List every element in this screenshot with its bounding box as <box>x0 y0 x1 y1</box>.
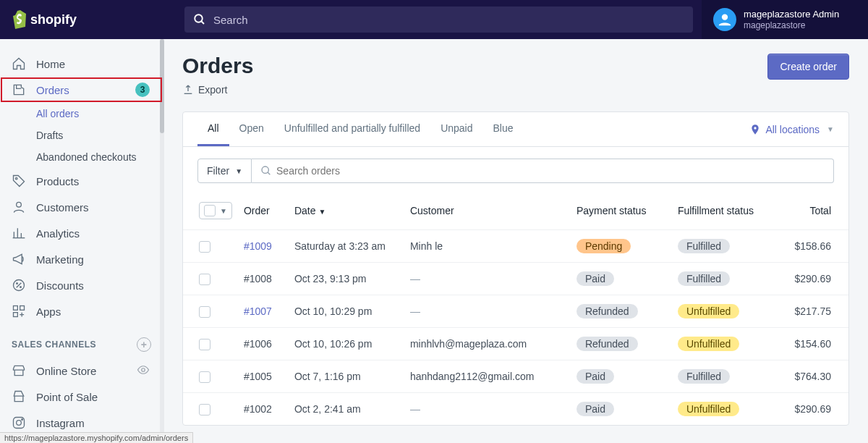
payment-status: Paid <box>571 263 672 295</box>
col-date[interactable]: Date▼ <box>289 195 404 230</box>
order-total: $154.60 <box>780 328 848 360</box>
nav-discounts[interactable]: Discounts <box>0 272 163 298</box>
main-content: Orders Export Create order All Open Unfu… <box>163 39 868 443</box>
export-label: Export <box>198 84 227 96</box>
nav-online-store[interactable]: Online Store <box>0 358 163 384</box>
svg-text:shopify: shopify <box>30 12 77 27</box>
order-id: #1008 <box>238 263 289 295</box>
row-checkbox[interactable] <box>199 371 210 383</box>
shopify-logo-icon: shopify <box>12 9 91 30</box>
subnav-drafts[interactable]: Drafts <box>0 125 163 146</box>
eye-icon[interactable] <box>137 363 150 379</box>
nav-analytics[interactable]: Analytics <box>0 220 163 246</box>
payment-status: Pending <box>571 230 672 263</box>
order-total: $217.75 <box>780 295 848 328</box>
order-customer: — <box>404 295 571 328</box>
row-checkbox[interactable] <box>199 306 210 318</box>
order-id[interactable]: #1009 <box>238 230 289 263</box>
col-fulfillment[interactable]: Fulfillment status <box>672 195 780 230</box>
svg-rect-10 <box>20 306 25 311</box>
order-total: $290.69 <box>780 263 848 295</box>
row-checkbox[interactable] <box>199 404 210 415</box>
avatar <box>713 8 736 31</box>
svg-point-18 <box>262 166 268 173</box>
tab-all[interactable]: All <box>197 112 229 146</box>
svg-line-2 <box>201 21 204 24</box>
row-checkbox[interactable] <box>199 274 210 285</box>
chevron-down-icon: ▼ <box>235 167 242 175</box>
nav-marketing[interactable]: Marketing <box>0 246 163 272</box>
nav-products[interactable]: Products <box>0 168 163 194</box>
subnav-abandoned[interactable]: Abandoned checkouts <box>0 146 163 168</box>
locations-dropdown[interactable]: All locations ▼ <box>735 114 848 145</box>
payment-status: Paid <box>571 393 672 426</box>
table-row[interactable]: #1008Oct 23, 9:13 pm—PaidFulfilled$290.6… <box>183 263 848 295</box>
nav-label: Products <box>36 175 79 187</box>
pos-icon <box>12 389 26 404</box>
search-icon <box>193 13 206 26</box>
nav-apps[interactable]: Apps <box>0 298 163 324</box>
order-date: Oct 7, 1:16 pm <box>289 360 404 393</box>
table-row[interactable]: #1002Oct 2, 2:41 am—PaidUnfulfilled$290.… <box>183 393 848 426</box>
global-search[interactable] <box>184 7 693 33</box>
row-checkbox[interactable] <box>199 339 210 350</box>
sort-caret-icon: ▼ <box>318 208 326 216</box>
global-search-input[interactable] <box>213 14 684 26</box>
megaphone-icon <box>12 252 26 266</box>
filter-label: Filter <box>207 165 229 177</box>
tab-unpaid[interactable]: Unpaid <box>430 112 482 146</box>
order-id[interactable]: #1007 <box>238 295 289 328</box>
col-payment[interactable]: Payment status <box>571 195 672 230</box>
col-customer[interactable]: Customer <box>404 195 571 230</box>
chart-icon <box>12 226 26 240</box>
svg-point-4 <box>15 177 17 180</box>
table-row[interactable]: #1005Oct 7, 1:16 pmhanhdang2112@gmail.co… <box>183 360 848 393</box>
discount-icon <box>12 278 26 292</box>
search-orders[interactable] <box>252 159 834 183</box>
nav-label: Marketing <box>36 253 84 266</box>
chevron-down-icon: ▼ <box>220 207 227 215</box>
col-order[interactable]: Order <box>238 195 289 230</box>
nav-point-of-sale[interactable]: Point of Sale <box>0 384 163 410</box>
fulfillment-status: Fulfilled <box>672 360 780 393</box>
nav-label: Home <box>36 58 65 70</box>
export-button[interactable]: Export <box>182 84 253 96</box>
search-orders-input[interactable] <box>272 159 825 182</box>
order-customer: minhlvh@mageplaza.com <box>404 328 571 360</box>
create-order-button[interactable]: Create order <box>767 54 849 80</box>
fulfillment-status: Unfulfilled <box>672 295 780 328</box>
svg-rect-9 <box>14 306 18 311</box>
svg-point-17 <box>754 127 757 129</box>
order-id: #1002 <box>238 393 289 426</box>
user-menu[interactable]: mageplazastore Admin mageplazastore <box>702 0 868 39</box>
tab-unfulfilled[interactable]: Unfulfilled and partially fulfilled <box>274 112 430 146</box>
nav-label: Orders <box>36 84 69 96</box>
subnav-all-orders[interactable]: All orders <box>0 103 163 125</box>
status-bar-link: https://mageplazastore.myshopify.com/adm… <box>0 432 193 443</box>
search-icon <box>260 165 272 177</box>
col-total[interactable]: Total <box>780 195 848 230</box>
order-date: Oct 10, 10:26 pm <box>289 328 404 360</box>
tab-blue[interactable]: Blue <box>483 112 524 146</box>
nav-label: Customers <box>36 201 89 214</box>
section-label: SALES CHANNELS <box>12 339 96 350</box>
select-all-checkbox[interactable]: ▼ <box>199 202 232 219</box>
topbar: shopify mageplazastore Admin mageplazast… <box>0 0 868 39</box>
table-row[interactable]: #1006Oct 10, 10:26 pmminhlvh@mageplaza.c… <box>183 328 848 360</box>
table-row[interactable]: #1007Oct 10, 10:29 pm—RefundedUnfulfille… <box>183 295 848 328</box>
add-channel-button[interactable]: + <box>137 337 151 352</box>
payment-status: Paid <box>571 360 672 393</box>
nav-home[interactable]: Home <box>0 51 163 77</box>
home-icon <box>12 56 26 71</box>
row-checkbox[interactable] <box>199 241 210 253</box>
user-store: mageplazastore <box>744 20 839 30</box>
payment-status: Refunded <box>571 328 672 360</box>
fulfillment-status: Fulfilled <box>672 230 780 263</box>
nav-label: Instagram <box>36 417 85 429</box>
table-row[interactable]: #1009Saturday at 3:23 amMinh lePendingFu… <box>183 230 848 263</box>
filter-button[interactable]: Filter ▼ <box>197 159 252 183</box>
tab-open[interactable]: Open <box>229 112 274 146</box>
nav-customers[interactable]: Customers <box>0 194 163 220</box>
nav-orders[interactable]: Orders 3 <box>0 77 163 103</box>
nav-label: Apps <box>36 305 61 318</box>
